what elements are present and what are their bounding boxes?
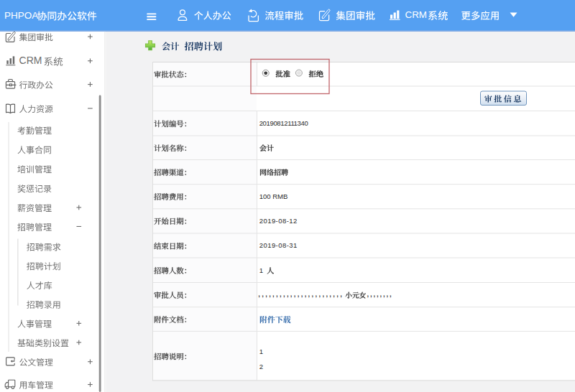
svg-text:2: 2	[259, 363, 263, 370]
svg-text:100 RMB: 100 RMB	[259, 192, 288, 200]
svg-text:CRM: CRM	[19, 55, 42, 66]
svg-text:1: 1	[259, 347, 263, 355]
svg-text:20190812111340: 20190812111340	[259, 119, 308, 127]
svg-text:,,,,,,,,,,,,,,,,,,,,,,,,: ,,,,,,,,,,,,,,,,,,,,,,,,	[258, 288, 344, 299]
svg-text:2019-08-12: 2019-08-12	[259, 217, 298, 225]
svg-text:CRM: CRM	[405, 9, 428, 20]
svg-text:,,,,,,,,: ,,,,,,,,	[367, 288, 392, 299]
svg-text:PHPOA: PHPOA	[4, 10, 38, 21]
svg-text:2019-08-31: 2019-08-31	[259, 241, 298, 249]
svg-text:1: 1	[259, 266, 263, 274]
